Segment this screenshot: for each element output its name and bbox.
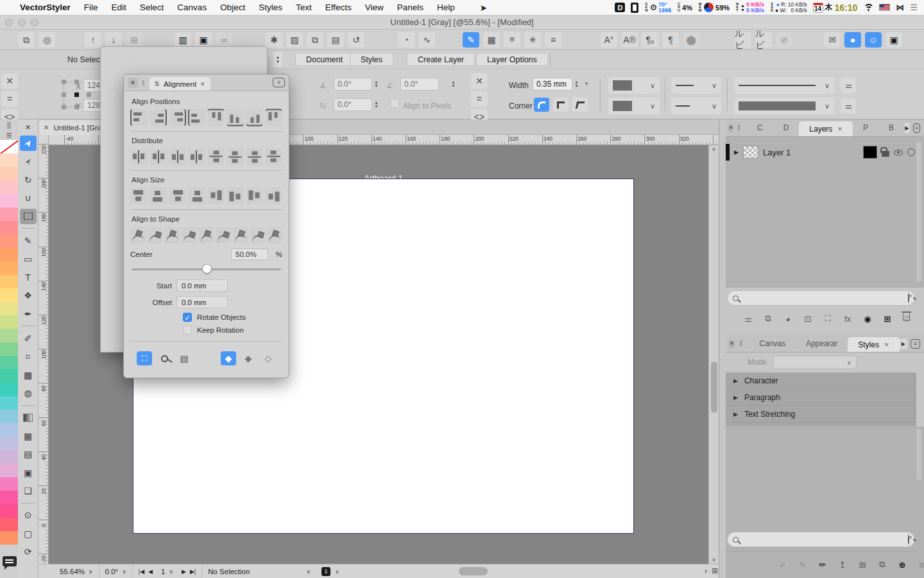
close-tab-icon[interactable]: ✕ [44,124,49,131]
smiley-icon[interactable]: ☺ [865,32,882,48]
size-width-right-icon[interactable] [169,188,186,204]
share-style-icon[interactable]: ↥ [835,557,850,572]
brush-preset-dropdown[interactable]: ∨ [608,77,660,94]
shape-anchor-icon[interactable] [182,227,197,243]
color-swatch[interactable] [0,504,18,518]
wifi-icon[interactable] [863,3,873,12]
pilcrow-options-icon[interactable]: ¶ₒ [642,32,658,48]
marquee-tool-icon[interactable] [20,209,37,224]
scroll-right-icon[interactable]: › [705,566,707,575]
font-size-icon[interactable]: A° [601,32,617,48]
layer-name[interactable]: Layer 1 [763,148,791,157]
pattern-tool-icon[interactable]: ▤ [20,446,37,462]
import-up-icon[interactable]: ↑ [85,32,101,48]
clear-search-icon[interactable]: ✕ [908,535,909,544]
stroke-options-icon[interactable]: ⚌ [841,78,856,93]
notification-list-icon[interactable]: ☰ [910,3,918,12]
layer-row[interactable]: ▶ Layer 1 [726,143,915,161]
distribute-right-icon[interactable] [169,148,186,165]
tab-close-icon[interactable]: ✕ [837,126,843,132]
prev-page-button[interactable]: ◀ [146,565,155,578]
align-right-icon[interactable] [169,109,186,126]
artboard-tool-icon[interactable]: ▢ [20,526,37,541]
corner-bevel-button[interactable] [553,98,569,112]
skew-input[interactable]: 0.0° [334,78,372,91]
align-to-pixels-checkbox[interactable] [390,99,399,108]
collapse-icon[interactable]: = [1,91,18,107]
ssd-status[interactable]: SSD ● R:● W: 10 KB/s0 KB/s [770,2,807,13]
tab-overflow-icon[interactable]: ▶ [904,123,910,134]
tab-layers[interactable]: Layers ✕ [799,121,853,136]
offset-input[interactable]: 0.0 mm [176,296,228,308]
shape-spread-icon[interactable] [199,227,214,243]
close-tools-icon[interactable]: ✕ [20,122,37,132]
export-down-icon[interactable]: ↓ [105,32,122,48]
panel-grip[interactable]: ‖ [739,339,742,348]
color-swatch[interactable] [0,194,18,207]
eyedropper-tool-icon[interactable]: ⊙ [20,507,37,523]
canvas-grid-corner-icon[interactable]: ⊞ [712,566,718,575]
exit-frame-icon[interactable]: ▣ [886,32,902,48]
tab-p[interactable]: P [853,119,878,136]
document-button[interactable]: Document [295,53,354,66]
sensor-status[interactable]: SEN ⚙ 70°1998 [644,2,671,13]
camera-icon[interactable]: ◉ [860,311,875,326]
document-options-icon[interactable]: ▤ [327,32,344,48]
skew-stepper[interactable]: ▲▼ [372,78,381,91]
tab-styles[interactable]: Styles ✕ [848,337,899,352]
frame-icon[interactable]: ⊡ [801,311,815,326]
rotate-tool-icon[interactable]: ↻ [20,172,37,188]
pencil-icon[interactable]: ✏ [816,557,830,572]
panel-grip[interactable]: ‖ [142,79,146,87]
panel-grip[interactable]: ‖ [737,123,740,132]
width-tool-icon[interactable]: ✒ [20,306,37,322]
vertical-scroll-thumb[interactable] [711,362,717,413]
clear-search-icon[interactable]: ✕ [908,293,909,302]
stamp-tool-icon[interactable]: ▩ [20,367,37,383]
panel-menu-icon[interactable]: ≡ [913,123,920,133]
color-swatch[interactable] [0,207,18,221]
magnet-tool-icon[interactable]: ∪ [20,190,37,206]
pen-tool-icon[interactable]: ✎ [20,233,37,249]
zoom-level-dropdown[interactable]: 55.64%∨ [54,565,99,578]
tab-close-icon[interactable]: ✕ [200,81,205,87]
ligatures-icon[interactable]: fff [504,32,520,48]
add-layer-icon[interactable]: ⊞ [880,311,894,326]
layer-options-button[interactable]: Layer Options [476,53,548,66]
color-swatch[interactable] [0,302,18,315]
selection-dropdown[interactable]: No Selection∨ [202,565,316,578]
width-dropdown-arrow[interactable]: ▼ [584,81,589,87]
distribute-bottom-icon[interactable] [246,148,263,166]
layer-thumbnail[interactable] [743,146,758,159]
tab-appearance[interactable]: Appearar [796,335,848,352]
apply-check-icon[interactable]: ✓ [776,557,790,572]
tab-d[interactable]: D [773,119,800,136]
stroke-style-dropdown[interactable]: ∨ [734,77,834,94]
shape-curve-1-icon[interactable] [216,227,231,243]
width-stepper[interactable]: ▲▼ [572,78,581,91]
styles-search-input[interactable]: ✕ [727,532,915,547]
ruby-lines-icon[interactable]: ルビ [755,32,772,48]
text-frame-icon[interactable]: ▣ [195,32,212,48]
align-center-h-icon[interactable] [150,109,167,126]
create-layer-button[interactable]: Create Layer [407,53,475,66]
horizontal-scroll-thumb[interactable] [459,567,488,575]
text-blob-icon[interactable]: ⬤ [683,32,699,48]
swatch-list-icon[interactable]: ☰ [0,130,18,140]
color-swatch[interactable] [0,396,18,410]
color-swatch[interactable] [0,153,18,167]
color-swatch[interactable] [0,261,18,275]
scroll-left-icon[interactable]: ‹ [336,566,338,576]
color-swatch[interactable] [0,288,18,302]
alignment-tab[interactable]: ⇅ Alignment ✕ [150,77,210,91]
slider-knob[interactable] [202,264,212,274]
distribute-center-v-icon[interactable] [227,148,244,166]
pattern-grid-icon[interactable]: ▦ [483,32,500,48]
menu-edit[interactable]: Edit [112,3,126,12]
close-icon[interactable]: ✕ [471,73,488,89]
styles-button[interactable]: Styles [350,53,393,66]
color-swatch[interactable] [0,531,18,545]
curve-node-icon[interactable]: ∿ [418,32,435,48]
color-swatch[interactable] [0,342,18,356]
shapes-tool-icon[interactable]: ❏ [20,483,37,498]
